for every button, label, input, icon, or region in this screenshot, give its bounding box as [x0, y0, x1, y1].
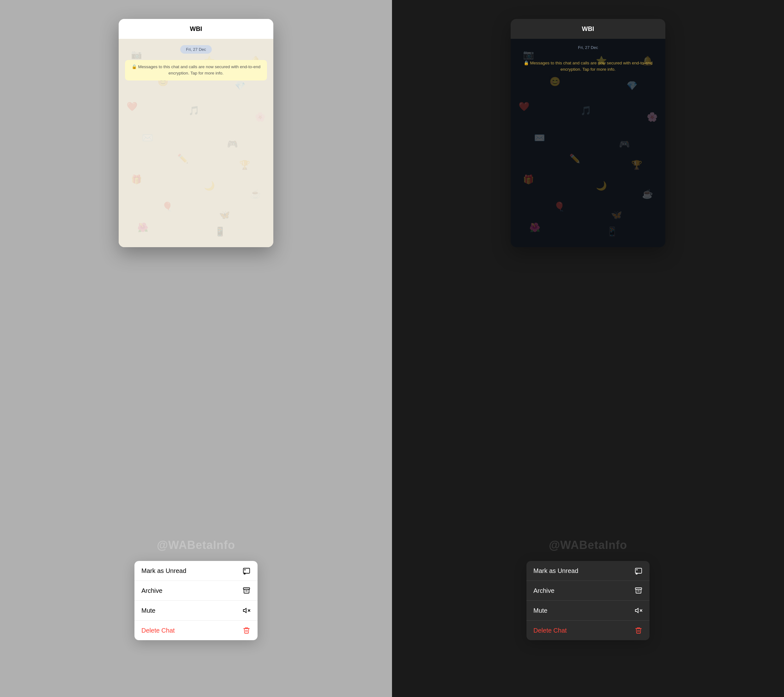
- mark-unread-label-light: Mark as Unread: [142, 567, 186, 575]
- svg-rect-2: [244, 573, 245, 575]
- archive-icon-dark: [634, 587, 642, 595]
- menu-item-delete-dark[interactable]: Delete Chat: [527, 620, 649, 640]
- encryption-notice-light[interactable]: 🔒 Messages to this chat and calls are no…: [125, 60, 267, 81]
- date-text-light: Fri, 27 Dec: [180, 45, 212, 54]
- chat-body-light: 📷 ⭐ 🔔 😊 💎 ❤️ 🎵 🌸 ✉️ 🎮 ✏️ 🏆 🎁 🌙 ☕ 🎈 🦋 🌺 📱: [119, 39, 273, 247]
- menu-item-archive-light[interactable]: Archive: [135, 580, 257, 600]
- mute-icon-dark: [634, 606, 642, 615]
- context-menu-dark: Mark as Unread Archive Mute: [527, 561, 649, 640]
- menu-item-delete-light[interactable]: Delete Chat: [135, 620, 257, 640]
- mute-icon-light: [242, 606, 250, 615]
- archive-icon-light: [242, 587, 250, 595]
- delete-label-light: Delete Chat: [142, 627, 175, 634]
- delete-icon-dark: [634, 626, 642, 634]
- svg-rect-0: [243, 568, 250, 573]
- delete-label-dark: Delete Chat: [534, 627, 567, 634]
- encryption-text-light: 🔒 Messages to this chat and calls are no…: [132, 64, 261, 76]
- chat-title-light: WBI: [190, 25, 202, 33]
- svg-rect-9: [635, 588, 642, 589]
- svg-point-1: [244, 569, 245, 570]
- watermark-left: @WABetaInfo: [157, 539, 235, 552]
- date-text-dark: Fri, 27 Dec: [578, 45, 598, 50]
- chat-title-dark: WBI: [582, 25, 594, 33]
- mark-unread-icon-light: [242, 567, 250, 575]
- chat-card-light: WBI 📷 ⭐ 🔔 😊 💎 ❤️ 🎵 🌸 ✉️ 🎮 ✏️ 🏆 🎁 🌙 ☕: [119, 19, 273, 247]
- left-panel: WBI 📷 ⭐ 🔔 😊 💎 ❤️ 🎵 🌸 ✉️ 🎮 ✏️ 🏆 🎁 🌙 ☕: [0, 0, 392, 697]
- archive-label-dark: Archive: [534, 587, 555, 595]
- right-panel: WBI 📷 ⭐ 🔔 😊 💎 ❤️ 🎵 🌸 ✉️ 🎮 ✏️ 🏆 🎁 🌙 ☕: [392, 0, 784, 697]
- menu-item-archive-dark[interactable]: Archive: [527, 580, 649, 600]
- svg-rect-6: [635, 568, 642, 573]
- menu-item-mark-unread-dark[interactable]: Mark as Unread: [527, 561, 649, 580]
- svg-rect-3: [243, 588, 250, 589]
- date-pill-light: Fri, 27 Dec: [119, 43, 273, 56]
- archive-label-light: Archive: [142, 587, 163, 595]
- date-pill-dark: Fri, 27 Dec: [511, 43, 665, 52]
- svg-rect-8: [636, 573, 637, 575]
- watermark-right: @WABetaInfo: [549, 539, 627, 552]
- encryption-text-dark: 🔒 Messages to this chat and calls are no…: [524, 61, 653, 72]
- delete-icon-light: [242, 626, 250, 634]
- chat-body-dark: 📷 ⭐ 🔔 😊 💎 ❤️ 🎵 🌸 ✉️ 🎮 ✏️ 🏆 🎁 🌙 ☕ 🎈 🦋 🌺 📱: [511, 39, 665, 247]
- context-menu-light: Mark as Unread Archive Mute: [135, 561, 257, 640]
- chat-header-light: WBI: [119, 19, 273, 39]
- chat-header-dark: WBI: [511, 19, 665, 39]
- menu-item-mark-unread-light[interactable]: Mark as Unread: [135, 561, 257, 580]
- menu-item-mute-dark[interactable]: Mute: [527, 600, 649, 620]
- chat-card-dark: WBI 📷 ⭐ 🔔 😊 💎 ❤️ 🎵 🌸 ✉️ 🎮 ✏️ 🏆 🎁 🌙 ☕: [511, 19, 665, 247]
- svg-point-7: [636, 569, 637, 570]
- mute-label-dark: Mute: [534, 607, 547, 614]
- mark-unread-label-dark: Mark as Unread: [534, 567, 578, 575]
- mute-label-light: Mute: [142, 607, 155, 614]
- encryption-notice-dark[interactable]: 🔒 Messages to this chat and calls are no…: [517, 56, 659, 77]
- mark-unread-icon-dark: [634, 567, 642, 575]
- menu-item-mute-light[interactable]: Mute: [135, 600, 257, 620]
